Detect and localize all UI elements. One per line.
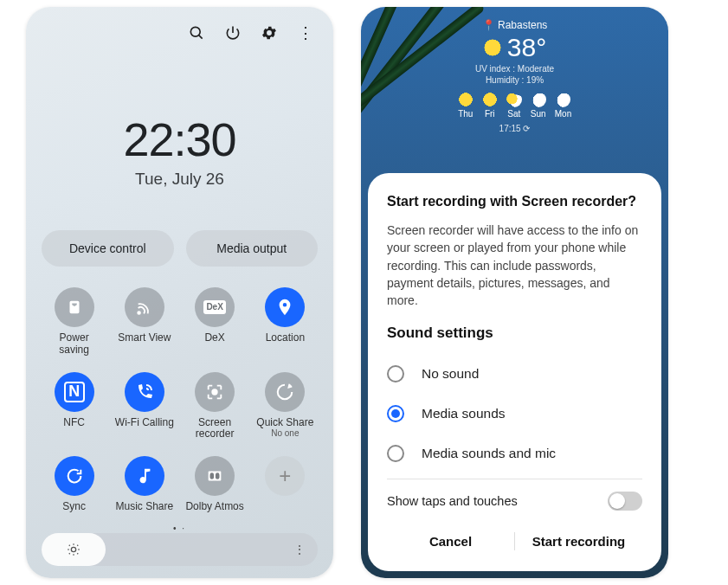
tile-label: Screen recorder xyxy=(184,417,246,441)
music-icon[interactable] xyxy=(125,456,164,496)
weather-widget[interactable]: 📍 Rabastens 38° UV index : Moderate Humi… xyxy=(361,19,668,133)
leaf-icon[interactable] xyxy=(55,287,94,327)
forecast-day: Mon xyxy=(555,92,571,119)
qs-tile-location[interactable]: Location xyxy=(254,287,316,357)
sound-option-media-sounds[interactable]: Media sounds xyxy=(387,394,642,434)
media-output-button[interactable]: Media output xyxy=(186,230,319,267)
tile-label: Smart View xyxy=(118,332,171,344)
dex-icon[interactable]: DeX xyxy=(195,287,235,327)
forecast-day: Sat xyxy=(506,92,522,119)
sync-icon[interactable] xyxy=(55,456,94,496)
svg-point-0 xyxy=(190,27,200,36)
radio-icon[interactable] xyxy=(387,445,404,462)
tile-label: Power saving xyxy=(43,332,105,357)
weather-uv: UV index : Moderate xyxy=(361,64,668,74)
gear-icon[interactable] xyxy=(261,24,278,45)
location-pin-icon: 📍 xyxy=(482,19,495,31)
rec-icon[interactable] xyxy=(195,372,235,412)
sound-option-no-sound[interactable]: No sound xyxy=(387,354,642,394)
svg-point-2 xyxy=(138,312,140,314)
sound-settings-heading: Sound settings xyxy=(387,325,642,342)
weather-temp: 38° xyxy=(507,33,546,62)
forecast-day-label: Sun xyxy=(531,109,546,119)
svg-rect-6 xyxy=(216,473,220,479)
clock-date: Tue, July 26 xyxy=(26,170,333,189)
mix-icon xyxy=(506,92,522,107)
quick-settings-panel: ⋮ 22:30 Tue, July 26 Device control Medi… xyxy=(26,7,333,578)
cld-icon xyxy=(531,92,546,107)
qs-tile-power-saving[interactable]: Power saving xyxy=(43,287,105,357)
qs-tile-wi-fi-calling[interactable]: Wi-Fi Calling xyxy=(113,372,175,441)
svg-point-3 xyxy=(212,389,217,395)
show-taps-toggle[interactable] xyxy=(608,492,642,511)
forecast-day: Thu xyxy=(458,92,474,119)
dolby-icon[interactable] xyxy=(195,456,235,496)
forecast-day-label: Sat xyxy=(507,109,520,119)
weather-humidity: Humidity : 19% xyxy=(361,75,668,85)
clock-time: 22:30 xyxy=(26,112,333,166)
sun-icon xyxy=(483,38,502,57)
qs-tile-smart-view[interactable]: Smart View xyxy=(113,287,175,357)
weather-time: 17:15 ⟳ xyxy=(361,124,668,133)
forecast-day: Fri xyxy=(482,92,498,119)
dialog-title: Start recording with Screen recorder? xyxy=(387,194,642,209)
qs-tile-music-share[interactable]: Music Share xyxy=(113,456,175,513)
weather-location: Rabastens xyxy=(498,19,547,31)
wificall-icon[interactable] xyxy=(125,372,164,412)
tile-label: Wi-Fi Calling xyxy=(115,417,174,429)
device-control-button[interactable]: Device control xyxy=(42,230,174,267)
sun-icon xyxy=(458,92,474,107)
svg-line-1 xyxy=(199,35,203,39)
qs-tile-nfc[interactable]: NNFC xyxy=(43,372,105,441)
screen-recorder-sheet: Start recording with Screen recorder? Sc… xyxy=(368,173,661,571)
screen-recorder-dialog-screen: 📍 Rabastens 38° UV index : Moderate Humi… xyxy=(361,7,668,578)
search-icon[interactable] xyxy=(188,24,205,45)
cast-icon[interactable] xyxy=(125,287,164,327)
radio-icon[interactable] xyxy=(387,405,404,422)
sound-option-media-sounds-and-mic[interactable]: Media sounds and mic xyxy=(387,434,642,473)
sound-option-label: Media sounds xyxy=(422,406,506,421)
plus-icon[interactable]: + xyxy=(265,456,305,496)
forecast-day-label: Thu xyxy=(458,109,473,119)
start-recording-button[interactable]: Start recording xyxy=(515,525,642,557)
power-icon[interactable] xyxy=(224,24,242,45)
forecast-day-label: Mon xyxy=(555,109,571,119)
cld-icon xyxy=(555,92,570,107)
share-icon[interactable] xyxy=(265,372,305,412)
tile-label: Sync xyxy=(62,501,86,513)
svg-rect-5 xyxy=(210,473,215,479)
tile-label: DeX xyxy=(204,332,224,344)
qs-tile-sync[interactable]: Sync xyxy=(43,456,105,513)
page-indicator: • · xyxy=(26,524,333,533)
radio-icon[interactable] xyxy=(387,365,404,382)
tile-sublabel: No one xyxy=(271,428,299,439)
qs-tile-screen-recorder[interactable]: Screen recorder xyxy=(184,372,246,441)
nfc-icon[interactable]: N xyxy=(55,372,94,412)
forecast-day: Sun xyxy=(531,92,546,119)
qs-tile-dolby-atmos[interactable]: Dolby Atmos xyxy=(184,456,246,513)
clock-block: 22:30 Tue, July 26 xyxy=(26,112,333,189)
sound-option-label: Media sounds and mic xyxy=(422,446,556,461)
sun-icon xyxy=(482,92,498,107)
divider xyxy=(387,479,642,479)
forecast-day-label: Fri xyxy=(485,109,495,119)
tile-label: NFC xyxy=(63,417,85,429)
qs-toolbar: ⋮ xyxy=(26,7,333,45)
brightness-more-icon[interactable]: ⋮ xyxy=(293,543,306,556)
tile-label: Dolby Atmos xyxy=(185,501,243,513)
dialog-body: Screen recorder will have access to the … xyxy=(387,222,642,309)
qs-tile-dex[interactable]: DeXDeX xyxy=(184,287,246,357)
more-icon[interactable]: ⋮ xyxy=(297,24,314,42)
qs-tile-add[interactable]: + xyxy=(254,456,316,513)
tile-label: Music Share xyxy=(116,501,174,513)
pin-icon[interactable] xyxy=(265,287,305,327)
tile-label: Quick Share xyxy=(256,417,313,429)
tile-label: Location xyxy=(266,332,305,344)
brightness-slider[interactable]: ⋮ xyxy=(42,533,318,566)
sound-option-label: No sound xyxy=(422,366,479,382)
show-taps-label: Show taps and touches xyxy=(387,494,518,508)
cancel-button[interactable]: Cancel xyxy=(387,525,514,557)
qs-tile-quick-share[interactable]: Quick ShareNo one xyxy=(254,372,316,441)
svg-point-7 xyxy=(71,547,75,551)
brightness-handle[interactable] xyxy=(42,533,106,566)
